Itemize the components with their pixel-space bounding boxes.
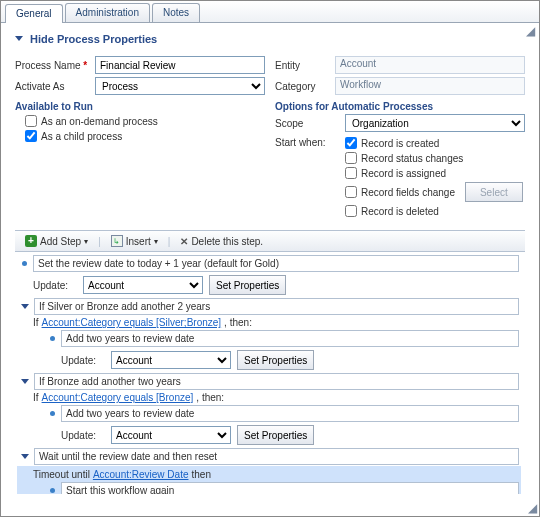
category-label: Category [275,81,335,92]
set-properties-button[interactable]: Set Properties [237,350,314,370]
expand-icon[interactable] [21,454,29,459]
expand-icon[interactable] [21,379,29,384]
wait-condition-link[interactable]: Account:Review Date [93,469,189,480]
step-description[interactable]: If Silver or Bronze add another 2 years [34,298,519,315]
then-suffix: , then: [196,392,224,403]
startwhen-label: Start when: [275,134,345,148]
scope-label: Scope [275,118,345,129]
tab-notes[interactable]: Notes [152,3,200,22]
update-entity-select[interactable]: Account [111,426,231,444]
chk-child-process-label: As a child process [41,131,122,142]
chk-on-demand-box[interactable] [25,115,37,127]
chk-on-demand-label: As an on-demand process [41,116,158,127]
update-label: Update: [33,280,77,291]
tab-general[interactable]: General [5,4,63,23]
insert-button[interactable]: ↳ Insert ▾ [107,234,162,248]
expand-icon[interactable] [21,304,29,309]
chk-record-deleted[interactable]: Record is deleted [345,205,525,217]
plus-icon: + [25,235,37,247]
add-step-button[interactable]: + Add Step ▾ [21,234,92,248]
step-description[interactable]: Set the review date to today + 1 year (d… [33,255,519,272]
step-description[interactable]: If Bronze add another two years [34,373,519,390]
activate-as-select[interactable]: Process [95,77,265,95]
scope-select[interactable]: Organization [345,114,525,132]
bullet-icon [50,488,55,493]
update-label: Update: [61,355,105,366]
step-description[interactable]: Add two years to review date [61,405,519,422]
close-icon: ✕ [180,236,188,247]
update-entity-select[interactable]: Account [111,351,231,369]
chk-fields-change-label: Record fields change [361,187,455,198]
entity-label: Entity [275,60,335,71]
condition-link[interactable]: Account:Category equals [Silver;Bronze] [42,317,222,328]
chk-on-demand[interactable]: As an on-demand process [25,115,265,127]
then-suffix: , then: [224,317,252,328]
if-prefix: If [33,317,39,328]
entity-field: Account [335,56,525,74]
section-toggle[interactable]: Hide Process Properties [15,33,525,45]
chk-fields-change[interactable] [345,186,357,198]
then-suffix: then [191,469,210,480]
chk-record-status[interactable]: Record status changes [345,152,525,164]
set-properties-button[interactable]: Set Properties [237,425,314,445]
process-name-label: Process Name * [15,60,95,71]
category-field: Workflow [335,77,525,95]
resize-grip-icon[interactable]: ◢ [528,502,537,514]
bullet-icon [22,261,27,266]
options-header: Options for Automatic Processes [275,101,525,112]
delete-step-button[interactable]: ✕ Delete this step. [176,235,267,248]
chk-record-created[interactable]: Record is created [345,137,525,149]
process-name-input[interactable] [95,56,265,74]
step-description[interactable]: Wait until the review date and then rese… [34,448,519,465]
available-to-run-header: Available to Run [15,101,265,112]
update-entity-select[interactable]: Account [83,276,203,294]
chk-child-process-box[interactable] [25,130,37,142]
bullet-icon [50,411,55,416]
chevron-down-icon: ▾ [84,237,88,246]
select-fields-button[interactable]: Select [465,182,523,202]
insert-icon: ↳ [111,235,123,247]
step-description[interactable]: Start this workflow again [61,482,519,494]
section-title-label: Hide Process Properties [30,33,157,45]
set-properties-button[interactable]: Set Properties [209,275,286,295]
chevron-down-icon [15,36,23,41]
activate-as-label: Activate As [15,81,95,92]
chevron-down-icon: ▾ [154,237,158,246]
chk-child-process[interactable]: As a child process [25,130,265,142]
update-label: Update: [61,430,105,441]
bullet-icon [50,336,55,341]
chk-record-assigned[interactable]: Record is assigned [345,167,525,179]
tab-administration[interactable]: Administration [65,3,150,22]
if-prefix: If [33,392,39,403]
step-description[interactable]: Add two years to review date [61,330,519,347]
timeout-prefix: Timeout until [33,469,90,480]
condition-link[interactable]: Account:Category equals [Bronze] [42,392,194,403]
